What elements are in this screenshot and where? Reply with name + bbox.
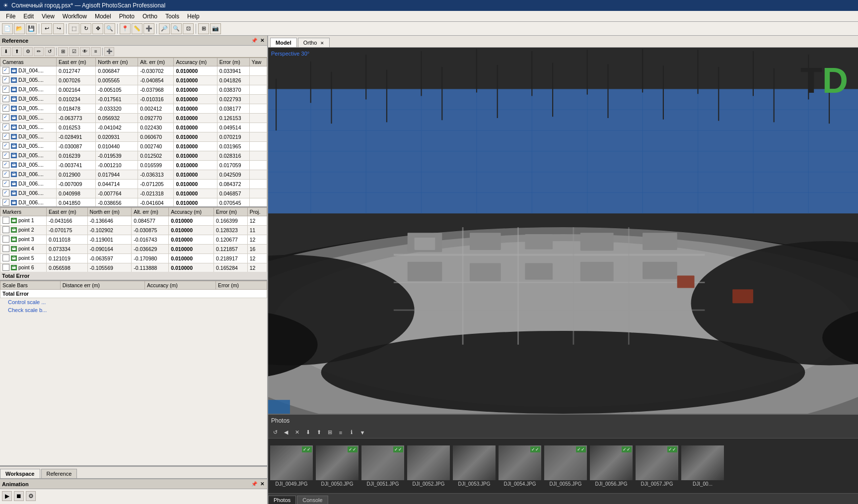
zoom-btn[interactable]: 🔍: [104, 23, 115, 34]
pan-btn[interactable]: ✥: [92, 23, 103, 34]
fit-btn[interactable]: ⊡: [183, 23, 194, 34]
camera-row[interactable]: ✓ 🏔 DJI_005.... -0.063773 0.056932 0.092…: [0, 114, 267, 123]
menu-help[interactable]: Help: [183, 12, 204, 21]
marker-row[interactable]: 🏔 point 4 0.073334 -0.090164 -0.036629 0…: [0, 245, 267, 254]
ortho-tab[interactable]: Ortho ✕: [298, 38, 330, 47]
open-btn[interactable]: 📂: [14, 23, 25, 34]
menu-model[interactable]: Model: [91, 12, 115, 21]
marker-row[interactable]: 🏔 point 3 0.011018 -0.119001 -0.016743 0…: [0, 235, 267, 245]
camera-row[interactable]: ✓ 🏔 DJI_006.... 0.040998 -0.007764 -0.02…: [0, 189, 267, 198]
anim-stop-btn[interactable]: ⏹: [14, 491, 24, 501]
photos-info-btn[interactable]: ℹ: [347, 428, 357, 437]
check-scale-action[interactable]: Check scale b...: [0, 306, 267, 314]
camera-row[interactable]: ✓ 🏔 DJI_006.... 0.012900 0.017944 -0.036…: [0, 170, 267, 180]
photo-thumbnail[interactable]: ✓ DJI_0050.JPG: [316, 445, 358, 487]
photo-thumbnail[interactable]: DJI_0052.JPG: [407, 445, 450, 487]
ref-export-btn[interactable]: ⬆: [12, 47, 22, 56]
camera-row[interactable]: ✓ 🏔 DJI_005.... -0.030087 0.010440 0.002…: [0, 142, 267, 151]
control-scale-action[interactable]: Control scale ...: [0, 298, 267, 306]
menu-edit[interactable]: Edit: [19, 12, 38, 21]
photos-prev-btn[interactable]: ◀: [281, 428, 291, 437]
photo-thumbnail[interactable]: ✓ DJI_0056.JPG: [590, 445, 633, 487]
marker-row[interactable]: 🏔 point 1 -0.043166 -0.136646 0.084577 0…: [0, 216, 267, 226]
camera-btn[interactable]: 📷: [210, 23, 221, 34]
ruler-btn[interactable]: 📏: [132, 23, 143, 34]
select-btn[interactable]: ⬚: [69, 23, 79, 34]
camera-row[interactable]: ✓ 🏔 DJI_005.... -0.028491 0.020931 0.060…: [0, 132, 267, 142]
rotate-btn[interactable]: ↻: [80, 23, 91, 34]
photo-flag: ✓: [302, 446, 312, 452]
anim-settings-btn[interactable]: ⚙: [26, 491, 36, 501]
photos-import-btn[interactable]: ⬇: [303, 428, 313, 437]
anim-play-btn[interactable]: ▶: [2, 491, 12, 501]
add-btn[interactable]: ➕: [143, 23, 154, 34]
menu-ortho[interactable]: Ortho: [139, 12, 161, 21]
new-btn[interactable]: 📄: [2, 23, 13, 34]
camera-alt: -0.010316: [138, 95, 174, 104]
photos-tab[interactable]: Photos: [268, 496, 296, 504]
menu-workflow[interactable]: Workflow: [59, 12, 91, 21]
ref-add-btn[interactable]: ➕: [104, 47, 114, 56]
grid-btn[interactable]: ⊞: [198, 23, 209, 34]
menu-file[interactable]: File: [2, 12, 19, 21]
marker-row[interactable]: 🏔 point 6 0.056598 -0.105569 -0.113888 0…: [0, 263, 267, 272]
photos-strip[interactable]: ✓ DJI_0049.JPG ✓ DJI_0050.JPG ✓ DJI_0051…: [268, 439, 858, 493]
save-btn[interactable]: 💾: [26, 23, 37, 34]
camera-row[interactable]: ✓ 🏔 DJI_005.... 0.007026 0.005565 -0.040…: [0, 76, 267, 85]
console-tab[interactable]: Console: [297, 496, 328, 504]
camera-row[interactable]: ✓ 🏔 DJI_006.... 0.041850 -0.038656 -0.04…: [0, 198, 267, 207]
zoomout-btn[interactable]: 🔍: [171, 23, 182, 34]
camera-row[interactable]: ✓ 🏔 DJI_005.... 0.018478 -0.033320 0.002…: [0, 104, 267, 114]
camera-row[interactable]: ✓ 🏔 DJI_005.... 0.016239 -0.019539 0.012…: [0, 151, 267, 161]
ref-settings-btn[interactable]: ⚙: [23, 47, 33, 56]
anim-pin-btn[interactable]: 📌: [250, 481, 258, 487]
marker-row[interactable]: 🏔 point 2 -0.070175 -0.102902 -0.030875 …: [0, 226, 267, 235]
camera-row[interactable]: ✓ 🏔 DJI_005.... 0.016253 -0.041042 0.022…: [0, 123, 267, 132]
reference-tab[interactable]: Reference: [41, 469, 77, 478]
photos-refresh-btn[interactable]: ↺: [270, 428, 280, 437]
photos-filter-btn[interactable]: ▼: [358, 428, 367, 437]
ref-reset-btn[interactable]: ↺: [45, 47, 55, 56]
photo-thumbnail[interactable]: ✓ DJI_0055.JPG: [544, 445, 587, 487]
marker-row[interactable]: 🏔 point 5 0.121019 -0.063597 -0.170980 0…: [0, 254, 267, 263]
photo-thumbnail[interactable]: ✓ DJI_0057.JPG: [636, 445, 678, 487]
photos-export-btn[interactable]: ⬆: [314, 428, 324, 437]
camera-row[interactable]: ✓ 🏔 DJI_005.... 0.002164 -0.005105 -0.03…: [0, 85, 267, 95]
ref-view-btn[interactable]: 👁: [80, 47, 90, 56]
photos-close-btn[interactable]: ✕: [292, 428, 302, 437]
svg-rect-72: [732, 289, 753, 303]
viewport-3d[interactable]: Perspective 30° TD: [268, 48, 858, 414]
cameras-table-container[interactable]: Cameras East err (m) North err (m) Alt. …: [0, 58, 267, 206]
camera-east: 0.007026: [56, 76, 95, 85]
photo-thumbnail[interactable]: DJI_00...: [681, 445, 724, 487]
marker-btn[interactable]: 📍: [120, 23, 131, 34]
markers-table-container[interactable]: Markers East err (m) North err (m) Alt. …: [0, 207, 267, 272]
workspace-tab[interactable]: Workspace: [0, 469, 40, 478]
camera-row[interactable]: ✓ 🏔 DJI_006.... -0.007009 0.044714 -0.07…: [0, 180, 267, 189]
ref-list-btn[interactable]: ≡: [91, 47, 101, 56]
photo-thumbnail[interactable]: DJI_0053.JPG: [453, 445, 496, 487]
camera-row[interactable]: ✓ 🏔 DJI_004.... 0.012747 0.006847 -0.030…: [0, 66, 267, 76]
zoomin-btn[interactable]: 🔎: [159, 23, 170, 34]
redo-btn[interactable]: ↪: [53, 23, 64, 34]
panel-pin-btn[interactable]: 📌: [250, 38, 258, 43]
photos-list-btn[interactable]: ≡: [336, 428, 346, 437]
ref-edit-btn[interactable]: ✏: [34, 47, 44, 56]
ref-import-btn[interactable]: ⬇: [1, 47, 11, 56]
panel-close-btn[interactable]: ✕: [259, 38, 265, 43]
menu-photo[interactable]: Photo: [115, 12, 139, 21]
ref-check-btn[interactable]: ☑: [69, 47, 79, 56]
anim-close-btn[interactable]: ✕: [259, 481, 265, 487]
photo-thumbnail[interactable]: ✓ DJI_0054.JPG: [499, 445, 541, 487]
camera-row[interactable]: ✓ 🏔 DJI_005.... -0.003741 -0.001210 0.01…: [0, 161, 267, 170]
undo-btn[interactable]: ↩: [41, 23, 52, 34]
menu-view[interactable]: View: [38, 12, 59, 21]
photo-thumbnail[interactable]: ✓ DJI_0049.JPG: [270, 445, 313, 487]
menu-tools[interactable]: Tools: [161, 12, 183, 21]
model-tab[interactable]: Model: [270, 38, 297, 47]
ref-filter-btn[interactable]: ⊞: [58, 47, 68, 56]
camera-row[interactable]: ✓ 🏔 DJI_005.... 0.010234 -0.017561 -0.01…: [0, 95, 267, 104]
ortho-tab-close[interactable]: ✕: [320, 41, 324, 46]
photo-thumbnail[interactable]: ✓ DJI_0051.JPG: [361, 445, 404, 487]
photos-grid-btn[interactable]: ⊞: [325, 428, 335, 437]
